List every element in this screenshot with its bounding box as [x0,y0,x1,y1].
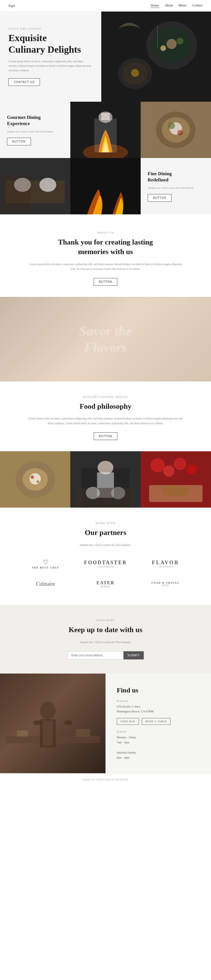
svg-point-20 [168,122,175,129]
footer: Sample text. Click to select the Text El… [0,773,211,785]
partners-desc: Sample text. Click to select the Text El… [17,542,194,547]
gallery3-food1 [0,451,70,508]
partners-label: WORK WITH [17,522,194,525]
svg-point-43 [151,458,165,473]
footer-text: Sample text. Click to select the Text El… [5,778,206,781]
svg-point-45 [174,458,186,470]
svg-point-37 [98,461,113,474]
gourmet-text-cell: Gourmet DiningExperience Sample text. Cl… [0,102,70,158]
subscribe-label: SUBSCRIBE [28,619,183,622]
partner-label-4: EATER [97,580,114,585]
nav-about[interactable]: About [165,3,173,8]
philosophy-section: ELEGANT CUISINE AWAITS Food philosophy L… [0,382,211,452]
chef-icon: ♡ [43,558,48,565]
chef-fire-image [70,102,141,158]
svg-point-48 [162,485,190,496]
book-table-button[interactable]: BOOK A TABLE [142,718,170,725]
hero-title: ExquisiteCulinary Delights [8,32,93,56]
partner-sub-4: Mobile [100,585,110,588]
gallery-section-1: Gourmet DiningExperience Sample text. Cl… [0,102,211,214]
svg-rect-13 [94,119,117,153]
svg-point-41 [111,487,125,499]
svg-point-25 [40,178,56,192]
blur-section: Savor the Flavors [0,297,211,382]
fine-dining-text-cell: Fine DiningRedefined Sample text. Click … [141,158,211,214]
submit-button[interactable]: SUBMIT [124,651,144,659]
partners-section: WORK WITH Our partners Sample text. Clic… [0,508,211,605]
when-label: WHEN [117,730,200,733]
fine-title: Fine DiningRedefined [148,171,204,183]
about-btn[interactable]: BUTTON [94,278,117,286]
svg-point-33 [31,476,34,479]
find-us-hours: Monday – Friday 7am – 6pm Saturday/Sunda… [117,735,200,760]
nav-links: Home About Menu Contact [151,3,203,8]
subscribe-desc: Sample text. Click to select the Text El… [28,640,183,644]
partner-label-2: FLAVOR [152,560,179,566]
svg-point-40 [86,487,100,499]
find-us-title: Find us [117,686,200,694]
about-title: Thank you for creating lastingmemories w… [28,237,183,257]
gourmet-food-image [141,102,211,158]
hero-text: TASTE THE LUXURY ExquisiteCulinary Delig… [0,11,101,102]
partners-grid: ♡ THE BEST CHEF FOODTASTER CALIFORNIA FL… [17,556,194,591]
partner-culinaire: Culinaire [17,578,74,590]
svg-rect-58 [0,674,106,773]
about-desc: Lorem ipsum dolor sit amet, consectetur … [28,262,183,271]
about-section: ABOUT US Thank you for creating lastingm… [0,214,211,297]
partner-foodtaster: FOODTASTER CALIFORNIA [77,557,134,571]
view-map-button[interactable]: VIEW MAP [117,718,139,725]
partner-sub-2: CALIFORNIA [157,566,174,568]
find-us-address: 676 Pacific C HwyHuntington Beach, CA 07… [117,704,200,714]
hero-desc: Lorem ipsum dolor sit amet, consectetur … [8,59,93,73]
partner-sub-1: CALIFORNIA [97,566,114,568]
svg-rect-26 [3,175,31,212]
subscribe-title: Keep up to date with us [28,625,183,635]
nav-home[interactable]: Home [151,3,159,8]
svg-point-5 [177,38,183,45]
fire-cooking-image [70,158,141,214]
hero-tagline: TASTE THE LUXURY [8,27,93,30]
nav-contact[interactable]: Contact [192,3,203,8]
find-us-image [0,673,106,773]
hero-image [101,11,211,102]
gallery3-chef [70,451,141,508]
svg-point-46 [186,465,197,475]
navbar: logo Home About Menu Contact [0,0,211,11]
gourmet-desc: Sample text. Click to select the Text El… [7,130,63,134]
svg-point-44 [163,465,175,477]
hero-cta-button[interactable]: CONTACT US [8,78,40,86]
find-us-buttons: VIEW MAP BOOK A TABLE [117,718,200,725]
philosophy-label: ELEGANT CUISINE AWAITS [28,396,183,398]
philosophy-btn[interactable]: BUTTON [94,433,117,440]
fine-btn[interactable]: BUTTON [148,194,171,202]
subscribe-form: SUBMIT [28,651,183,659]
svg-point-21 [177,130,183,135]
subscribe-section: SUBSCRIBE Keep up to date with us Sample… [0,605,211,673]
dining-table-image [0,158,70,214]
partner-food-travel: FOOD & TRAVEL SHOW [137,579,194,590]
svg-rect-15 [101,113,110,120]
partner-label-1: FOODTASTER [84,560,127,566]
partners-title: Our partners [17,528,194,538]
gourmet-title: Gourmet DiningExperience [7,115,63,127]
philosophy-title: Food philosophy [28,402,183,411]
hero-food-image [101,11,211,102]
partner-eater: EATER Mobile [77,578,134,591]
blur-text: Savor the Flavors [79,323,132,355]
hero-section: TASTE THE LUXURY ExquisiteCulinary Delig… [0,11,211,102]
nav-menu[interactable]: Menu [179,3,187,8]
gallery-3 [0,451,211,508]
find-us-info: Find us WHERE 676 Pacific C HwyHuntingto… [106,673,211,773]
partner-label-5: FOOD & TRAVEL [151,581,179,584]
gallery3-food2 [141,451,211,508]
philosophy-desc: Lorem ipsum dolor sit amet, consectetur … [28,416,183,426]
gourmet-btn[interactable]: BUTTON [7,138,31,145]
svg-rect-27 [70,158,141,214]
email-input[interactable] [67,651,124,659]
about-label: ABOUT US [28,231,183,234]
partner-sub-5: SHOW [162,584,170,587]
svg-point-3 [167,39,177,49]
partner-flavor: FLAVOR CALIFORNIA [137,557,194,571]
svg-point-4 [160,45,166,51]
partner-label-3: Culinaire [36,581,55,587]
